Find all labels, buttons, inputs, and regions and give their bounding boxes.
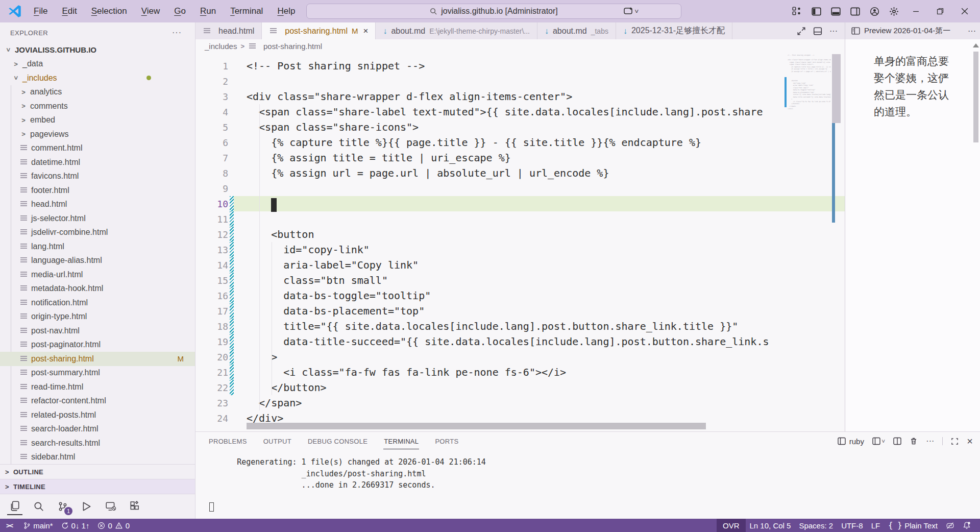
code-line-4[interactable]: 4 <span class="share-label text-muted">{… bbox=[195, 104, 845, 119]
panel-tab-problems[interactable]: PROBLEMS bbox=[208, 433, 248, 449]
tree-item-jsdelivr-combine.html[interactable]: jsdelivr-combine.html bbox=[0, 226, 195, 240]
tree-item-sidebar.html[interactable]: sidebar.html bbox=[0, 450, 195, 465]
source-control-view-icon[interactable]: 1 bbox=[55, 498, 70, 515]
kill-terminal-icon[interactable] bbox=[910, 437, 918, 445]
customize-layout-icon[interactable] bbox=[788, 4, 805, 19]
tree-item-refactor-content.html[interactable]: refactor-content.html bbox=[0, 394, 195, 408]
tab-2025-12-31-足够擅长才配[interactable]: ↓2025-12-31-足够擅长才配 bbox=[616, 22, 732, 39]
outline-section[interactable]: > OUTLINE bbox=[0, 464, 195, 479]
branch-status[interactable]: main* bbox=[19, 519, 57, 532]
split-editor-icon[interactable] bbox=[813, 27, 822, 36]
tree-item-analytics[interactable]: >analytics bbox=[0, 85, 195, 100]
tree-item-related-posts.html[interactable]: related-posts.html bbox=[0, 408, 195, 422]
copilot-disabled-status[interactable] bbox=[942, 519, 959, 532]
tree-item-post-sharing.html[interactable]: post-sharing.htmlM bbox=[0, 352, 195, 366]
copilot-menu[interactable]: > bbox=[623, 6, 638, 16]
panel-tab-terminal[interactable]: TERMINAL bbox=[383, 433, 419, 449]
launch-profile-button[interactable]: > bbox=[872, 437, 885, 445]
close-tab-icon[interactable]: × bbox=[363, 26, 368, 36]
explorer-view-icon[interactable] bbox=[7, 498, 22, 515]
settings-gear-icon[interactable] bbox=[885, 4, 902, 19]
terminal-output[interactable]: Regenerating: 1 file(s) changed at 2026-… bbox=[195, 450, 980, 491]
tree-item-metadata-hook.html[interactable]: metadata-hook.html bbox=[0, 282, 195, 296]
code-line-15[interactable]: 15 class="btn small" bbox=[195, 273, 845, 288]
code-line-20[interactable]: 20 > bbox=[195, 349, 845, 365]
code-line-9[interactable]: 9 bbox=[195, 181, 845, 196]
problems-status[interactable]: 0 0 bbox=[93, 519, 134, 532]
toggle-panel-icon[interactable] bbox=[827, 4, 844, 19]
tab-about.md[interactable]: ↓about.md_tabs bbox=[537, 22, 616, 39]
tab-head.html[interactable]: head.html bbox=[195, 22, 262, 39]
preview-more-actions[interactable]: ··· bbox=[968, 27, 976, 36]
code-line-6[interactable]: 6 {% capture title %}{{ page.title }} - … bbox=[195, 135, 845, 150]
open-changes-icon[interactable] bbox=[797, 27, 806, 36]
close-window-button[interactable] bbox=[953, 0, 976, 22]
sync-status[interactable]: 0↓ 1↑ bbox=[57, 519, 94, 532]
code-line-12[interactable]: 12 <button bbox=[195, 227, 845, 242]
code-line-11[interactable]: 11 bbox=[195, 211, 845, 227]
minimap[interactable]: <!-- Post sharing snippet --> <div class… bbox=[785, 54, 831, 431]
search-view-icon[interactable] bbox=[31, 498, 46, 515]
toggle-sidebar-right-icon[interactable] bbox=[846, 4, 864, 19]
tree-item-post-nav.html[interactable]: post-nav.html bbox=[0, 324, 195, 338]
overtype-indicator[interactable]: OVR bbox=[717, 519, 746, 532]
code-line-2[interactable]: 2 bbox=[195, 74, 845, 89]
tree-item-comments[interactable]: >comments bbox=[0, 99, 195, 113]
eol-setting[interactable]: LF bbox=[867, 519, 885, 532]
tree-item-read-time.html[interactable]: read-time.html bbox=[0, 380, 195, 394]
menu-terminal[interactable]: Terminal bbox=[224, 4, 269, 18]
tree-item-_data[interactable]: >_data bbox=[0, 57, 195, 71]
minimize-button[interactable] bbox=[904, 0, 927, 22]
code-line-14[interactable]: 14 aria-label="Copy link" bbox=[195, 257, 845, 273]
tree-item-search-results.html[interactable]: search-results.html bbox=[0, 436, 195, 450]
toggle-sidebar-left-icon[interactable] bbox=[807, 4, 825, 19]
indentation-setting[interactable]: Spaces: 2 bbox=[795, 519, 837, 532]
code-line-18[interactable]: 18 title="{{ site.data.locales[include.l… bbox=[195, 319, 845, 334]
scroll-up-arrow-icon[interactable] bbox=[973, 43, 979, 47]
tree-item-lang.html[interactable]: lang.html bbox=[0, 239, 195, 254]
remote-indicator[interactable]: >< bbox=[0, 519, 19, 532]
panel-tab-debug-console[interactable]: DEBUG CONSOLE bbox=[307, 433, 368, 449]
terminal-instance[interactable]: ruby bbox=[838, 437, 864, 446]
tree-item-post-paginator.html[interactable]: post-paginator.html bbox=[0, 338, 195, 352]
menu-view[interactable]: View bbox=[135, 4, 166, 18]
encoding-setting[interactable]: UTF-8 bbox=[837, 519, 867, 532]
explorer-more-actions[interactable]: ··· bbox=[172, 28, 182, 37]
notifications-status[interactable] bbox=[959, 519, 975, 532]
breadcrumb-folder[interactable]: _includes bbox=[205, 42, 237, 51]
code-line-7[interactable]: 7 {% assign title = title | uri_escape %… bbox=[195, 150, 845, 165]
tree-item-js-selector.html[interactable]: js-selector.html bbox=[0, 211, 195, 226]
code-line-1[interactable]: 1<!-- Post sharing snippet --> bbox=[195, 58, 845, 74]
preview-tab[interactable]: Preview 2026-01-04-第一 bbox=[864, 26, 950, 36]
run-debug-view-icon[interactable] bbox=[79, 498, 94, 515]
breadcrumb[interactable]: _includes > post-sharing.html bbox=[195, 39, 845, 53]
tab-post-sharing.html[interactable]: post-sharing.htmlM× bbox=[262, 22, 376, 39]
tree-item-media-url.html[interactable]: media-url.html bbox=[0, 268, 195, 282]
tree-item-comment.html[interactable]: comment.html bbox=[0, 141, 195, 156]
editor-more-actions[interactable]: ··· bbox=[829, 27, 838, 36]
timeline-section[interactable]: > TIMELINE bbox=[0, 479, 195, 494]
tree-item-datetime.html[interactable]: datetime.html bbox=[0, 155, 195, 170]
menu-help[interactable]: Help bbox=[271, 4, 301, 18]
editor-scrollbar-thumb[interactable] bbox=[832, 54, 841, 123]
extensions-view-icon[interactable] bbox=[127, 498, 142, 515]
menu-go[interactable]: Go bbox=[168, 4, 192, 18]
maximize-panel-icon[interactable] bbox=[951, 438, 959, 445]
menu-selection[interactable]: Selection bbox=[85, 4, 133, 18]
tree-item-_includes[interactable]: >_includes bbox=[0, 71, 195, 85]
breadcrumb-file[interactable]: post-sharing.html bbox=[263, 42, 322, 51]
tree-item-post-summary.html[interactable]: post-summary.html bbox=[0, 366, 195, 380]
tree-item-origin-type.html[interactable]: origin-type.html bbox=[0, 310, 195, 324]
code-line-13[interactable]: 13 id="copy-link" bbox=[195, 242, 845, 257]
code-line-3[interactable]: 3<div class="share-wrapper d-flex align-… bbox=[195, 89, 845, 104]
horizontal-scrollbar[interactable] bbox=[247, 423, 706, 429]
code-line-10[interactable]: 10 bbox=[195, 196, 845, 211]
menu-run[interactable]: Run bbox=[194, 4, 222, 18]
code-line-16[interactable]: 16 data-bs-toggle="tooltip" bbox=[195, 288, 845, 303]
code-line-21[interactable]: 21 <i class="fa-fw fas fa-link pe-none f… bbox=[195, 365, 845, 380]
close-panel-icon[interactable]: × bbox=[967, 438, 973, 445]
account-icon[interactable] bbox=[866, 4, 883, 19]
tree-item-pageviews[interactable]: >pageviews bbox=[0, 127, 195, 141]
tree-root-JOVIALISS.GITHUB.IO[interactable]: >JOVIALISS.GITHUB.IO bbox=[0, 43, 195, 57]
code-line-22[interactable]: 22 </button> bbox=[195, 380, 845, 395]
